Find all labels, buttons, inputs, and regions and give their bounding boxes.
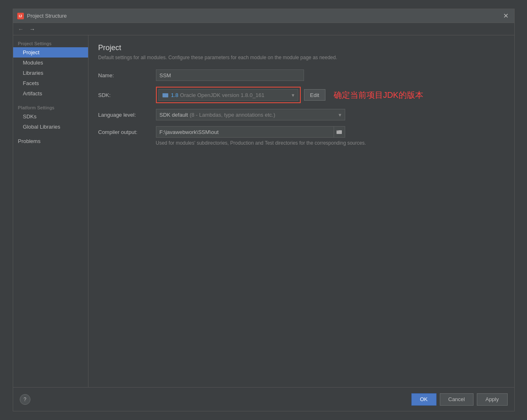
cancel-button[interactable]: Cancel [440,393,474,406]
sidebar-item-modules[interactable]: Modules [13,58,88,68]
compiler-row: Compiler output: [98,126,504,138]
sidebar-item-label-libraries: Libraries [23,70,44,76]
apply-button[interactable]: Apply [477,393,508,406]
name-row: Name: [98,69,504,81]
sidebar-item-label-global-libraries: Global Libraries [23,124,60,130]
sidebar-item-global-libraries[interactable]: Global Libraries [13,122,88,132]
svg-rect-1 [163,93,165,94]
content-area: Project Default settings for all modules… [88,35,514,387]
back-button[interactable]: ← [16,25,26,33]
language-label: Language level: [98,112,156,118]
app-icon: IJ [17,13,24,19]
project-structure-dialog: IJ Project Structure ✕ ← → Project Setti… [13,9,515,411]
sidebar-item-problems[interactable]: Problems [13,136,88,146]
compiler-input-wrap [156,126,345,138]
folder-icon [162,92,169,98]
sidebar-item-label-facets: Facets [23,80,39,86]
sidebar-item-label-problems: Problems [18,138,41,144]
language-row: Language level: SDK default (8 - Lambdas… [98,109,504,120]
compiler-output-input[interactable] [156,126,334,138]
page-subtitle: Default settings for all modules. Config… [98,55,504,60]
forward-button[interactable]: → [28,25,37,33]
sidebar-item-label-project: Project [23,49,39,55]
sidebar-item-label-sdks: SDKs [23,113,37,120]
svg-rect-3 [337,130,339,131]
page-title: Project [98,44,504,52]
close-button[interactable]: ✕ [501,12,510,20]
help-button[interactable]: ? [20,394,30,405]
dialog-title: Project Structure [27,13,501,19]
language-default: SDK default [160,112,188,118]
sidebar-item-facets[interactable]: Facets [13,78,88,88]
sidebar-item-artifacts[interactable]: Artifacts [13,88,88,99]
main-area: Project Settings Project Modules Librari… [13,35,514,387]
platform-settings-group-label: Platform Settings [13,103,88,111]
language-dropdown-arrow-icon: ▾ [339,112,341,118]
sdk-row: SDK: 1.8 Oracle OpenJDK version 1.8.0_16… [98,87,504,103]
sdk-highlight-box: 1.8 Oracle OpenJDK version 1.8.0_161 ▾ [156,87,301,103]
edit-button[interactable]: Edit [304,89,325,101]
annotation-text: 确定当前项目JDK的版本 [334,90,423,101]
language-detail: (8 - Lambdas, type annotations etc.) [190,112,275,118]
title-bar: IJ Project Structure ✕ [13,9,514,23]
compiler-browse-button[interactable] [334,126,345,138]
sidebar-item-label-artifacts: Artifacts [23,90,42,97]
sdk-dropdown-arrow-icon: ▾ [292,92,295,98]
bottom-bar: ? OK Cancel Apply [13,387,514,411]
sdk-label: SDK: [98,92,156,98]
compiler-hint: Used for modules' subdirectories, Produc… [156,140,504,146]
sidebar-item-project[interactable]: Project [13,47,88,58]
sidebar: Project Settings Project Modules Librari… [13,35,88,387]
sidebar-item-sdks[interactable]: SDKs [13,111,88,122]
name-input[interactable] [156,69,304,81]
sidebar-item-libraries[interactable]: Libraries [13,68,88,78]
sidebar-item-label-modules: Modules [23,60,43,66]
ok-button[interactable]: OK [411,393,436,406]
sdk-version: 1.8 [171,92,179,98]
compiler-label: Compiler output: [98,129,156,135]
project-settings-group-label: Project Settings [13,39,88,47]
browse-folder-icon [337,129,342,134]
sdk-dropdown[interactable]: 1.8 Oracle OpenJDK version 1.8.0_161 ▾ [158,89,298,101]
name-label: Name: [98,72,156,78]
sdk-name: Oracle OpenJDK version 1.8.0_161 [180,92,290,98]
language-dropdown[interactable]: SDK default (8 - Lambdas, type annotatio… [156,109,345,120]
help-icon: ? [23,397,26,402]
navigation-bar: ← → [13,23,514,35]
